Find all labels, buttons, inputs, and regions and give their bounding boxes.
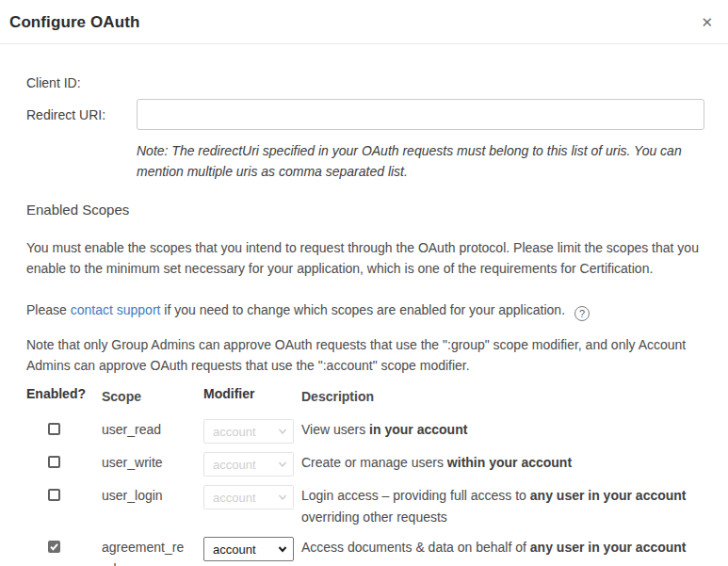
page-title: Configure OAuth [9, 13, 139, 31]
scope-name: user_read [102, 419, 188, 441]
contact-support-link[interactable]: contact support [71, 302, 161, 317]
table-row: agreement_read account Access documents … [26, 537, 704, 566]
scope-enabled-checkbox[interactable] [48, 423, 60, 435]
enabled-scopes-heading: Enabled Scopes [26, 202, 704, 218]
admin-note-text: Note that only Group Admins can approve … [26, 334, 710, 376]
table-row: user_write account Create or manage user… [26, 452, 704, 477]
client-id-row: Client ID: [26, 75, 704, 90]
scope-enabled-checkbox[interactable] [48, 541, 60, 553]
scope-description: Access documents & data on behalf of any… [301, 537, 697, 558]
support-suffix: if you need to change which scopes are e… [160, 302, 565, 317]
close-icon[interactable]: ✕ [701, 15, 713, 29]
scope-name: agreement_read [102, 537, 188, 566]
table-row: user_read account View users in your acc… [26, 419, 704, 444]
scope-name: user_login [102, 485, 188, 507]
help-icon[interactable]: ? [574, 306, 590, 321]
redirect-uri-label: Redirect URI: [26, 107, 137, 122]
header-enabled: Enabled? [26, 386, 102, 401]
support-prefix: Please [26, 302, 71, 317]
dialog-body: Client ID: Redirect URI: Note: The redir… [0, 44, 728, 566]
dialog-header: Configure OAuth ✕ [0, 0, 728, 43]
scope-description: Login access – providing full access to … [301, 485, 697, 528]
redirect-uri-note: Note: The redirectUri specified in your … [137, 140, 702, 182]
modifier-select[interactable]: account [203, 485, 294, 509]
header-scope: Scope [102, 386, 203, 408]
table-row: user_login account Login access – provid… [26, 485, 704, 528]
header-description: Description [301, 386, 697, 408]
table-header-row: Enabled? Scope Modifier Description [26, 386, 704, 408]
scope-enabled-checkbox[interactable] [48, 456, 60, 468]
client-id-label: Client ID: [26, 75, 137, 90]
configure-oauth-dialog: Configure OAuth ✕ Client ID: Redirect UR… [0, 0, 728, 566]
scope-description: View users in your account [301, 419, 697, 441]
modifier-select[interactable]: account [203, 419, 294, 444]
modifier-select[interactable]: account [203, 537, 294, 561]
scope-name: user_write [102, 452, 188, 474]
header-modifier: Modifier [203, 386, 301, 401]
scopes-table: Enabled? Scope Modifier Description user… [26, 386, 704, 566]
redirect-uri-input[interactable] [137, 99, 704, 130]
scope-enabled-checkbox[interactable] [48, 489, 60, 501]
scopes-intro-text: You must enable the scopes that you inte… [26, 237, 710, 279]
modifier-select[interactable]: account [203, 452, 294, 477]
redirect-uri-row: Redirect URI: [26, 99, 704, 130]
support-line: Please contact support if you need to ch… [26, 299, 710, 321]
scope-description: Create or manage users within your accou… [301, 452, 697, 474]
